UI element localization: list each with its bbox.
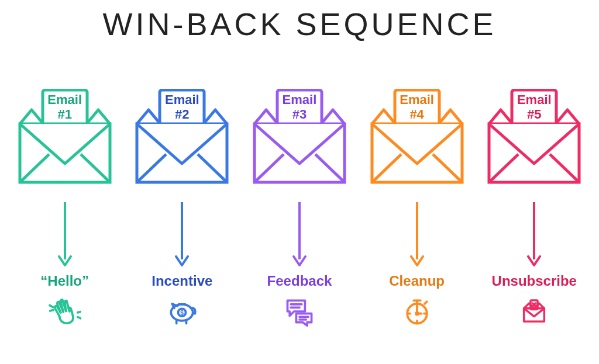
- sequence-step: Email#1 “Hello”: [12, 89, 118, 329]
- unsub-icon: [517, 294, 552, 329]
- svg-line-8: [77, 312, 80, 313]
- step-label: Feedback: [267, 273, 332, 289]
- svg-line-7: [78, 316, 81, 319]
- envelope-card-text: Email#5: [484, 92, 584, 122]
- card-line2: #4: [367, 107, 467, 122]
- step-label: Cleanup: [389, 273, 445, 289]
- card-line2: #5: [484, 107, 584, 122]
- sequence-step: Email#3 Feedback: [247, 89, 352, 329]
- arrow-down-icon: [410, 201, 424, 268]
- card-line1: Email: [15, 92, 115, 107]
- wave-icon: [47, 294, 82, 329]
- card-line2: #1: [15, 107, 115, 122]
- arrow-down-icon: [292, 201, 307, 268]
- envelope-card-text: Email#2: [132, 92, 232, 122]
- card-line1: Email: [250, 92, 349, 107]
- arrow-down-icon: [527, 201, 541, 268]
- svg-line-5: [50, 304, 53, 308]
- card-line1: Email: [132, 92, 232, 107]
- envelope-card-text: Email#3: [250, 92, 349, 122]
- envelope-icon: Email#3: [250, 89, 349, 188]
- step-label: “Hello”: [40, 273, 89, 289]
- card-line1: Email: [367, 92, 467, 107]
- envelope-icon: Email#5: [484, 89, 584, 188]
- arrow-down-icon: [58, 201, 72, 268]
- sequence-step: Email#4 Cleanup: [364, 89, 470, 329]
- envelope-card-text: Email#1: [15, 92, 115, 122]
- envelope-card-text: Email#4: [367, 92, 467, 122]
- svg-line-39: [425, 301, 427, 304]
- arrow-down-icon: [175, 201, 189, 268]
- card-line2: #2: [132, 107, 232, 122]
- svg-point-40: [416, 313, 418, 315]
- sequence-step: Email#2 Incentive $: [129, 89, 235, 329]
- step-label: Unsubscribe: [492, 273, 577, 289]
- sequence-step: Email#5 Unsubscribe: [481, 89, 587, 329]
- sequence-row: Email#1 “Hello”: [0, 89, 599, 329]
- chat-icon: [282, 294, 317, 329]
- card-line2: #3: [250, 107, 349, 122]
- svg-text:$: $: [180, 310, 184, 316]
- envelope-icon: Email#1: [15, 89, 115, 188]
- envelope-icon: Email#2: [132, 89, 232, 188]
- card-line1: Email: [484, 92, 584, 107]
- piggy-icon: $: [164, 294, 199, 329]
- envelope-icon: Email#4: [367, 89, 467, 188]
- svg-line-6: [50, 310, 53, 311]
- page-title: WIN-BACK SEQUENCE: [0, 6, 599, 42]
- stopwatch-icon: [400, 294, 435, 329]
- step-label: Incentive: [152, 273, 212, 289]
